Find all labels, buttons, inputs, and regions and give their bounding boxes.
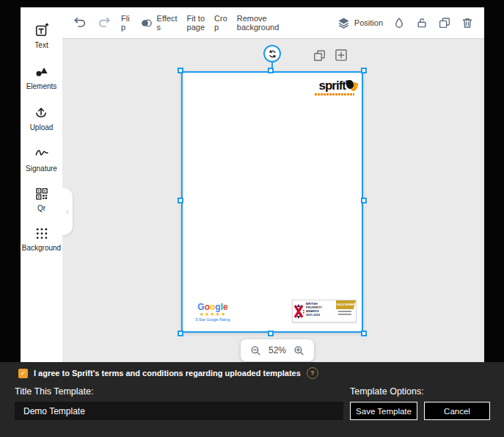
cancel-button[interactable]: Cancel <box>424 402 490 420</box>
resize-handle-bottom-middle[interactable] <box>268 331 274 336</box>
unlock-icon <box>415 16 428 29</box>
sidebar-item-upload[interactable]: Upload <box>30 104 54 131</box>
fit-to-page-button[interactable]: Fit topage <box>187 14 205 32</box>
zoom-out-button[interactable] <box>249 344 262 357</box>
fit-to-page-label: Fit topage <box>187 14 205 32</box>
property-awards-badge: BRITISH PROPERTY AWARDS 2021-2022 GOLD W… <box>292 300 357 322</box>
duplicate-button[interactable] <box>438 16 451 29</box>
sidebar-item-label: Signature <box>26 165 57 173</box>
template-page[interactable]: sprift Google ★★★★★ 5-Star Google Rating <box>181 71 363 333</box>
sidebar-item-elements[interactable]: Elements <box>26 63 57 90</box>
sprift-tagline-bar <box>315 93 354 95</box>
resize-handle-top-right[interactable] <box>361 68 367 73</box>
layers-icon <box>337 16 351 30</box>
undo-button[interactable] <box>73 15 87 30</box>
position-button[interactable]: Position <box>337 16 383 30</box>
google-rating-caption: 5-Star Google Rating <box>194 317 231 322</box>
sidebar-collapse-tab[interactable]: ‹ <box>62 188 73 235</box>
template-options-label: Template Options: <box>350 386 424 397</box>
qr-code-icon <box>34 187 49 201</box>
sidebar-item-text[interactable]: Text <box>34 22 50 49</box>
redo-icon <box>97 15 112 30</box>
background-dots-icon <box>34 226 49 241</box>
rotate-icon <box>268 49 277 59</box>
zoom-in-button[interactable] <box>293 344 305 357</box>
awards-emblem-icon <box>293 300 305 322</box>
google-logo: Google <box>194 303 231 311</box>
template-title-input[interactable] <box>15 402 343 420</box>
toolbar-right-group: Position <box>337 16 474 30</box>
plus-box-icon <box>334 48 348 62</box>
terms-agree-row: ✓ I agree to Sprift's terms and conditio… <box>18 367 318 379</box>
gold-winner-label: GOLD WINNER <box>336 300 356 309</box>
sidebar: Text Elements Upload Signature <box>21 7 62 362</box>
template-editor-window: Text Elements Upload Signature <box>0 0 504 437</box>
crop-button[interactable]: Crop <box>214 14 227 32</box>
crop-label: Crop <box>214 14 227 32</box>
terms-checkbox[interactable]: ✓ <box>18 369 28 378</box>
sidebar-item-qr[interactable]: Qr <box>34 187 49 212</box>
signature-icon <box>34 145 50 162</box>
resize-handle-bottom-left[interactable] <box>178 331 183 336</box>
canvas[interactable]: sprift Google ★★★★★ 5-Star Google Rating <box>62 39 484 362</box>
five-star-rating: ★★★★★ <box>194 311 231 317</box>
sprift-leaf-icon <box>346 80 357 91</box>
resize-handle-top-middle[interactable] <box>268 68 274 73</box>
page-actions <box>313 48 348 65</box>
zoom-out-icon <box>249 344 262 357</box>
remove-background-label: Removebackground <box>237 14 280 32</box>
title-template-label: Title This Template: <box>15 386 93 397</box>
sidebar-item-label: Text <box>34 41 48 49</box>
elements-shapes-icon <box>34 63 50 79</box>
sidebar-item-label: Upload <box>30 123 54 131</box>
google-rating-block: Google ★★★★★ 5-Star Google Rating <box>194 303 231 322</box>
sidebar-item-label: Elements <box>26 82 57 90</box>
toolbar: Flip Effects Fit topage Crop <box>62 7 484 39</box>
text-tool-icon <box>34 22 50 38</box>
help-icon[interactable]: ? <box>307 367 318 379</box>
effects-label: Effects <box>157 14 178 32</box>
save-template-button[interactable]: Save Template <box>350 402 417 420</box>
flip-label: Flip <box>121 14 130 32</box>
resize-handle-top-left[interactable] <box>178 68 183 73</box>
chevron-left-icon: ‹ <box>66 207 69 216</box>
sprift-logo: sprift <box>306 80 357 95</box>
sidebar-item-signature[interactable]: Signature <box>26 145 57 173</box>
sidebar-item-label: Background <box>22 244 61 252</box>
sprift-logo-text: sprift <box>319 80 346 92</box>
effects-button[interactable]: Effects <box>139 14 178 32</box>
effects-icon <box>139 16 153 30</box>
sidebar-item-background[interactable]: Background <box>22 226 61 252</box>
resize-handle-middle-left[interactable] <box>178 198 183 203</box>
footer-panel: ✓ I agree to Sprift's terms and conditio… <box>0 362 504 437</box>
flip-button[interactable]: Flip <box>121 14 130 32</box>
redo-button[interactable] <box>97 15 112 30</box>
resize-handle-bottom-right[interactable] <box>361 331 367 336</box>
gold-winner-ribbon: GOLD WINNER <box>336 300 356 322</box>
undo-icon <box>73 15 87 30</box>
zoom-in-icon <box>293 344 305 357</box>
droplet-icon <box>392 16 406 29</box>
zoom-level: 52% <box>269 345 286 355</box>
rotate-handle[interactable] <box>263 45 281 62</box>
terms-agree-text: I agree to Sprift's terms and conditions… <box>34 369 301 378</box>
transparency-button[interactable] <box>392 16 406 29</box>
copy-page-icon <box>313 48 326 62</box>
toolbar-left-group: Flip Effects Fit topage Crop <box>73 14 279 32</box>
remove-background-button[interactable]: Removebackground <box>237 14 280 32</box>
awards-text: BRITISH PROPERTY AWARDS 2021-2022 <box>305 300 336 322</box>
duplicate-icon <box>438 16 451 29</box>
upload-icon <box>33 104 49 120</box>
position-label: Position <box>354 18 383 28</box>
delete-button[interactable] <box>461 16 474 29</box>
zoom-control: 52% <box>241 339 314 361</box>
add-page-button[interactable] <box>334 48 348 65</box>
lock-button[interactable] <box>415 16 428 29</box>
copy-page-button[interactable] <box>313 48 326 65</box>
sidebar-item-label: Qr <box>37 204 45 212</box>
resize-handle-middle-right[interactable] <box>361 198 367 203</box>
trash-icon <box>461 16 474 29</box>
